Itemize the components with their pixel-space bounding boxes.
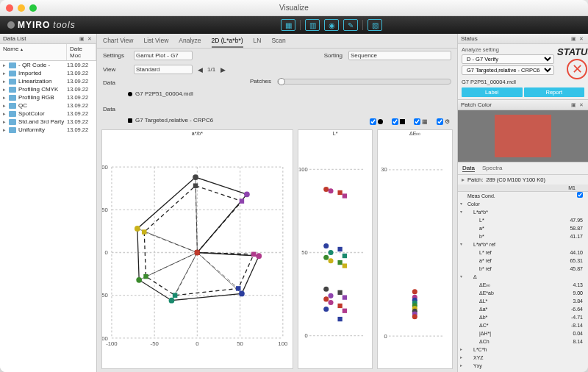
settings-row: Settings Gamut Plot - G7 Sorting Sequenc… (97, 49, 457, 62)
analyze-select[interactable]: D - G7 Verify (462, 54, 554, 64)
data-row[interactable]: ▾L*a*b* (458, 208, 588, 216)
tab-analyze[interactable]: Analyze (179, 37, 201, 48)
square-icon (400, 119, 405, 124)
chart-ab-svg[interactable]: -100-100-50-50005050100100 (102, 137, 293, 368)
chart-dE-svg[interactable]: 030 (378, 137, 452, 368)
legend-item-1[interactable]: G7 P2P51_00004.mdl (128, 90, 238, 97)
data-row[interactable]: Δb*-4.71 (458, 313, 588, 321)
data-row[interactable]: ΔC*-8.14 (458, 321, 588, 329)
tab-ln[interactable]: LN (254, 37, 262, 48)
ref-select[interactable]: G7 Targeted,relative - CRPC6 (462, 65, 554, 75)
tab-scan[interactable]: Scan (271, 37, 285, 48)
toolbar-btn-1[interactable]: ▦ (281, 19, 295, 31)
swatch-area[interactable] (458, 110, 588, 162)
label-button[interactable]: Label (462, 87, 523, 97)
chart-ab-title: a*/b* (102, 130, 293, 137)
svg-rect-73 (337, 260, 342, 265)
status-header: Status ▣✕ (458, 34, 588, 44)
data-row[interactable]: ▸L*C*h (458, 346, 588, 354)
filter-gear[interactable]: ⚙ (437, 118, 450, 125)
filter-square[interactable] (392, 118, 405, 125)
data-row[interactable]: |ΔH*|0.04 (458, 329, 588, 337)
folder-icon (9, 119, 16, 125)
toolbar-btn-3[interactable]: ◉ (324, 19, 339, 31)
prev-page-button[interactable]: ◀ (196, 65, 204, 74)
sidebar-item[interactable]: ▸- QR Code -13.09.22 (0, 61, 96, 69)
data-row[interactable]: a* ref65.31 (458, 257, 588, 265)
sidebar-item[interactable]: ▸Linearization13.09.22 (0, 77, 96, 85)
data-tab-spectra[interactable]: Spectra (482, 165, 503, 172)
svg-text:50: 50 (301, 249, 307, 256)
sidebar-item[interactable]: ▸Uniformity13.09.22 (0, 126, 96, 134)
sidebar-item[interactable]: ▸Imported13.09.22 (0, 69, 96, 77)
patch-label: Patch: (467, 176, 483, 183)
svg-text:50: 50 (102, 207, 108, 213)
tab-list-view[interactable]: List View (143, 37, 168, 48)
toolbar: ▦ ▥ ◉ ✎ ▧ (281, 19, 382, 31)
data-row[interactable]: L* ref44.10 (458, 248, 588, 257)
data-row[interactable]: ΔE*ab9.00 (458, 289, 588, 297)
data-row[interactable]: Δa*-6.64 (458, 305, 588, 313)
data-row[interactable]: ▾Δ (458, 273, 588, 281)
sorting-select[interactable]: Sequence (348, 51, 451, 60)
data-row[interactable]: ΔE₀₀4.13 (458, 281, 588, 289)
slider-knob[interactable] (278, 78, 285, 85)
tab-2d-l-a-b-[interactable]: 2D (L*a*b*) (212, 37, 243, 48)
filter-grid[interactable]: ▦ (414, 118, 428, 125)
data-row[interactable]: b* ref45.87 (458, 265, 588, 273)
chart-L-svg[interactable]: 050100 (298, 137, 373, 368)
sidebar-item[interactable]: ▸QC13.09.22 (0, 101, 96, 110)
panel-collapse-icon[interactable]: ▣ (571, 102, 577, 108)
patchcolor-header: Patch Color ▣✕ (458, 100, 588, 110)
svg-point-63 (328, 258, 333, 263)
col-name[interactable]: Name ▴ (0, 44, 67, 60)
data-row[interactable]: ▾Color (458, 200, 588, 208)
panel-close-icon[interactable]: ✕ (579, 36, 585, 42)
toolbar-btn-4[interactable]: ✎ (343, 19, 358, 31)
report-button[interactable]: Report (524, 87, 585, 97)
data-row[interactable]: ▸XYZ (458, 354, 588, 362)
chart-L-title: L* (298, 130, 373, 137)
svg-line-22 (197, 253, 242, 294)
filter-circle[interactable] (370, 118, 383, 125)
data-row[interactable]: ▾L*a*b* ref (458, 240, 588, 248)
data-row[interactable]: ΔL*3.84 (458, 297, 588, 305)
legend-item-2[interactable]: G7 Targeted,relative - CRPC6 (128, 117, 238, 124)
svg-line-40 (146, 253, 198, 277)
sidebar-item[interactable]: ▸Std.and 3rd Party13.09.22 (0, 118, 96, 126)
data-row[interactable]: b*41.17 (458, 232, 588, 240)
sample-name: G7 P2P51_00004.mdl (462, 76, 554, 85)
next-page-button[interactable]: ▶ (218, 65, 227, 74)
svg-point-34 (193, 174, 198, 180)
toolbar-sep-2 (362, 20, 363, 30)
page-indicator: 1/1 (207, 66, 215, 73)
toolbar-btn-5[interactable]: ▧ (368, 19, 382, 31)
brand-logo: MYIRO tools (7, 20, 76, 30)
panel-close-icon[interactable]: ✕ (579, 102, 585, 108)
status-fail-icon: ✕ (567, 59, 587, 79)
data-row[interactable]: Meas Cond. (458, 192, 588, 200)
settings-select[interactable]: Gamut Plot - G7 (134, 51, 193, 60)
toolbar-btn-2[interactable]: ▥ (305, 19, 320, 31)
svg-point-68 (323, 307, 329, 312)
panel-collapse-icon[interactable]: ▣ (571, 36, 577, 42)
svg-rect-46 (236, 286, 240, 290)
data-tab-data[interactable]: Data (462, 165, 475, 172)
tab-chart-view[interactable]: Chart View (103, 37, 133, 48)
svg-text:-50: -50 (102, 292, 108, 298)
sidebar-item[interactable]: ▸Profiling RGB13.09.22 (0, 93, 96, 101)
patches-slider[interactable] (277, 79, 451, 85)
data-row[interactable]: L*47.95 (458, 216, 588, 224)
data-row[interactable]: ΔCh8.14 (458, 337, 588, 346)
sidebar-item[interactable]: ▸SpotColor13.09.22 (0, 110, 96, 118)
view-select[interactable]: Standard (134, 65, 193, 74)
data-row[interactable]: a*58.87 (458, 224, 588, 232)
chevron-right-icon[interactable]: ▸ (462, 176, 465, 183)
panel-collapse-icon[interactable]: ▣ (79, 36, 85, 42)
brand-name: MYIRO (18, 20, 50, 30)
filter-row: ▦ ⚙ (244, 117, 457, 126)
sidebar-item[interactable]: ▸Profiling CMYK13.09.22 (0, 85, 96, 93)
col-date[interactable]: Date Moc (67, 44, 96, 60)
data-row[interactable]: ▸Yxy (458, 362, 588, 370)
panel-close-icon[interactable]: ✕ (87, 36, 93, 42)
